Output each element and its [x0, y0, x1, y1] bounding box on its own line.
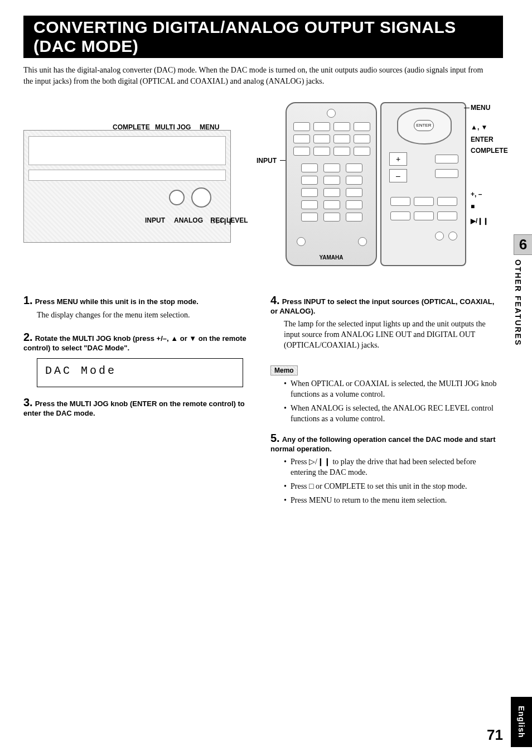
- step4-bold: Press INPUT to select the input sources …: [270, 297, 494, 315]
- chapter-label-tab: OTHER FEATURES: [514, 259, 523, 346]
- step1-bold: Press MENU while this unit is in the sto…: [35, 297, 199, 306]
- memo-item: When ANALOG is selected, the ANALOG REC …: [284, 403, 503, 425]
- lcd-sub: [45, 377, 235, 383]
- remote-full-diagram: YAMAHA: [286, 102, 377, 266]
- right-column: 4.Press INPUT to select the input source…: [270, 294, 503, 514]
- step1-num: 1.: [23, 294, 33, 306]
- page-title: CONVERTING DIGITAL/ANALOG OUTPUT SIGNALS…: [23, 16, 503, 58]
- remote-label-stop: ■: [471, 203, 475, 210]
- step3-bold: Press the MULTI JOG knob (ENTER on the r…: [23, 399, 245, 417]
- remote-label-enter: ENTER: [471, 136, 494, 143]
- remote-close-diagram: ENTER + –: [380, 102, 466, 266]
- step5-list: Press ▷/❙❙ to play the drive that had be…: [284, 457, 503, 506]
- label-input: INPUT: [145, 216, 165, 224]
- step2-bold: Rotate the MULTI JOG knob (press +/–, ▲ …: [23, 334, 246, 352]
- step3-num: 3.: [23, 396, 33, 408]
- remote-label-play: ▶/❙❙: [471, 217, 489, 225]
- chapter-number-tab: 6: [514, 234, 532, 255]
- step5-item: Press □ or COMPLETE to set this unit in …: [284, 481, 503, 492]
- step5-num: 5.: [270, 432, 280, 444]
- side-tab: 6 OTHER FEATURES: [514, 234, 532, 346]
- remote-label-up-down: ▲, ▼: [471, 123, 487, 131]
- step4-body: The lamp for the selected input lights u…: [284, 319, 503, 351]
- label-complete: COMPLETE: [113, 123, 150, 131]
- label-multijog: MULTI JOG: [155, 123, 191, 131]
- label-menu: MENU: [200, 123, 219, 131]
- front-panel-diagram: [23, 130, 231, 243]
- lcd-display: DAC Mode: [37, 358, 243, 387]
- memo-item: When OPTICAL or COAXIAL is selected, the…: [284, 379, 503, 400]
- step5-item: Press MENU to return to the menu item se…: [284, 495, 503, 506]
- step5-item: Press ▷/❙❙ to play the drive that had be…: [284, 457, 503, 478]
- remote-label-menu: MENU: [471, 104, 490, 112]
- step2-num: 2.: [23, 331, 33, 343]
- step1-body: The display changes for the menu item se…: [37, 310, 256, 321]
- page-number: 71: [487, 726, 503, 744]
- step4-num: 4.: [270, 294, 280, 306]
- remote-brand: YAMAHA: [287, 254, 376, 261]
- remote-label-plus-minus: +, –: [471, 190, 482, 198]
- label-stop-play-icons: □ ▷/❙❙: [211, 218, 233, 225]
- remote-label-complete: COMPLETE: [471, 147, 508, 155]
- step5-bold: Any of the following operation cancel th…: [270, 435, 496, 453]
- memo-heading: Memo: [270, 365, 298, 375]
- intro-paragraph: This unit has the digital-analog convert…: [23, 65, 492, 86]
- figures-area: COMPLETE MULTI JOG MENU INPUT ANALOG REC…: [23, 102, 503, 286]
- lcd-main: DAC Mode: [45, 364, 235, 377]
- remote-label-input: INPUT: [257, 157, 277, 165]
- language-tab: English: [511, 697, 532, 747]
- left-column: 1.Press MENU while this unit is in the s…: [23, 294, 256, 421]
- memo-list: When OPTICAL or COAXIAL is selected, the…: [284, 379, 503, 425]
